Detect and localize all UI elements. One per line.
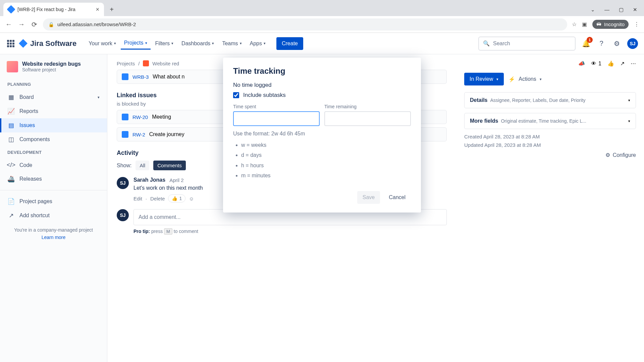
close-tab-icon[interactable]: × [96, 6, 99, 13]
nav-your-work[interactable]: Your work▾ [85, 37, 119, 50]
comment-author[interactable]: Sarah Jonas [133, 177, 165, 183]
sidebar-item-releases[interactable]: 🚢Releases [0, 172, 107, 186]
chevron-down-icon: ▾ [628, 119, 630, 123]
extensions-icon[interactable]: ▣ [582, 21, 587, 27]
breadcrumb-projects[interactable]: Projects [117, 61, 135, 66]
project-name: Website redesign bugs [22, 61, 81, 67]
actions-dropdown[interactable]: ⚡Actions▾ [508, 73, 541, 85]
learn-more-link[interactable]: Learn more [7, 235, 100, 240]
save-button[interactable]: Save [357, 191, 380, 204]
tab-comments[interactable]: Comments [153, 161, 186, 170]
your-avatar: SJ [117, 209, 129, 221]
breadcrumb-project-name[interactable]: Website red [152, 61, 179, 66]
app-switcher-icon[interactable] [6, 39, 15, 48]
include-subtasks-label[interactable]: Include subtasks [243, 92, 286, 99]
child-issue-key[interactable]: WRB-3 [132, 74, 149, 80]
show-label: Show: [117, 163, 131, 169]
jira-logo[interactable]: Jira Software [19, 39, 76, 48]
settings-icon[interactable]: ⚙ [612, 39, 622, 49]
edit-comment[interactable]: Edit [133, 196, 142, 201]
no-time-logged: No time logged [233, 82, 411, 88]
incognito-badge[interactable]: 🕶 Incognito [592, 20, 629, 29]
sidebar-item-components[interactable]: ◫Components [0, 132, 107, 146]
watch-button[interactable]: 👁 1 [591, 61, 601, 67]
linked-issue-key[interactable]: RW-20 [132, 114, 148, 120]
like-icon[interactable]: 👍 [607, 60, 614, 67]
sidebar-item-shortcut[interactable]: ↗Add shortcut [0, 208, 107, 223]
pro-tip: Pro tip: press M to comment [133, 229, 447, 234]
url-field[interactable]: 🔒 uifeed.atlassian.net/browse/WRB-2 [43, 18, 567, 31]
reload-button[interactable]: ⟳ [30, 20, 38, 28]
create-button[interactable]: Create [276, 37, 303, 50]
details-panel[interactable]: DetailsAssignee, Reporter, Labels, Due d… [464, 92, 636, 108]
minimize-icon[interactable]: — [604, 7, 609, 13]
linked-issue-summary: Create journey [149, 131, 184, 137]
issue-type-icon [122, 114, 128, 120]
project-header[interactable]: Website redesign bugs Software project [0, 61, 107, 78]
nav-dashboards[interactable]: Dashboards▾ [178, 37, 217, 50]
share-icon[interactable]: ↗ [620, 60, 625, 67]
chevron-down-icon[interactable]: ⌄ [591, 7, 595, 13]
avatar[interactable]: SJ [627, 38, 638, 49]
format-hint: Use the format: 2w 4d 6h 45m [233, 131, 411, 137]
browser-tab[interactable]: [WRB-2] Fix react bug - Jira × [3, 3, 104, 16]
new-tab-button[interactable]: + [107, 4, 117, 14]
help-icon[interactable]: ? [596, 39, 606, 49]
maximize-icon[interactable]: ▢ [619, 7, 624, 13]
notifications-icon[interactable]: 🔔1 [581, 39, 591, 49]
updated-date: Updated April 28, 2023 at 8:28 AM [464, 142, 636, 148]
linked-issue-key[interactable]: RW-2 [132, 132, 145, 137]
code-icon: </> [7, 162, 15, 169]
window-controls: ⌄ — ▢ ✕ [591, 7, 644, 16]
jira-nav: Your work▾ Projects▾ Filters▾ Dashboards… [85, 37, 269, 50]
sidebar-item-issues[interactable]: ▤Issues [0, 118, 107, 132]
tab-title: [WRB-2] Fix react bug - Jira [17, 7, 92, 12]
more-fields-panel[interactable]: More fieldsOriginal estimate, Time track… [464, 113, 636, 129]
back-button[interactable]: ← [5, 20, 13, 28]
sidebar-item-board[interactable]: ▦Board▾ [0, 90, 107, 104]
configure-button[interactable]: ⚙Configure [464, 152, 636, 158]
time-spent-label: Time spent [233, 104, 320, 109]
close-window-icon[interactable]: ✕ [633, 7, 637, 13]
forward-button[interactable]: → [17, 20, 25, 28]
sidebar-item-pages[interactable]: 📄Project pages [0, 194, 107, 208]
ship-icon: 🚢 [7, 175, 15, 183]
search-icon: 🔍 [483, 40, 490, 47]
sidebar-item-reports[interactable]: 📈Reports [0, 104, 107, 118]
comment-date: April 2 [169, 177, 184, 183]
more-icon[interactable]: ⋯ [631, 60, 636, 67]
chevron-down-icon: ▾ [628, 98, 630, 103]
sidebar-item-code[interactable]: </>Code [0, 158, 107, 172]
child-issue-summary: What about n [153, 74, 184, 80]
time-remaining-input[interactable] [324, 111, 411, 126]
search-input[interactable]: 🔍 Search [478, 37, 576, 51]
include-subtasks-checkbox[interactable] [233, 92, 239, 98]
shortcut-icon: ↗ [7, 212, 15, 219]
nav-teams[interactable]: Teams▾ [219, 37, 245, 50]
delete-comment[interactable]: Delete [150, 196, 165, 201]
sidebar-footer: You're in a company-managed project Lear… [0, 223, 107, 245]
browser-menu-icon[interactable]: ⋮ [634, 21, 639, 27]
project-icon [7, 61, 18, 72]
reaction-badge[interactable]: 👍 1 [168, 194, 185, 202]
browser-tab-strip: [WRB-2] Fix react bug - Jira × + ⌄ — ▢ ✕ [0, 0, 644, 16]
time-remaining-label: Time remaining [324, 104, 411, 109]
time-tracking-modal: Time tracking No time logged Include sub… [223, 58, 421, 213]
nav-filters[interactable]: Filters▾ [152, 37, 177, 50]
status-dropdown[interactable]: In Review▾ [464, 73, 504, 85]
nav-projects[interactable]: Projects▾ [121, 37, 151, 50]
section-planning: PLANNING [0, 78, 107, 90]
board-icon: ▦ [7, 94, 15, 101]
time-spent-input[interactable] [233, 111, 320, 126]
add-reaction-icon[interactable]: ☺ [189, 196, 194, 201]
tab-all[interactable]: All [136, 161, 149, 170]
nav-apps[interactable]: Apps▾ [247, 37, 269, 50]
issue-right-panel: 📣 👁 1 👍 ↗ ⋯ In Review▾ ⚡Actions▾ Details… [456, 54, 644, 362]
cancel-button[interactable]: Cancel [383, 191, 411, 204]
jira-logo-icon [19, 39, 28, 48]
lightning-icon: ⚡ [508, 76, 515, 82]
created-date: Created April 28, 2023 at 8:28 AM [464, 134, 636, 139]
feedback-icon[interactable]: 📣 [578, 60, 585, 67]
gear-icon: ⚙ [605, 152, 610, 158]
star-icon[interactable]: ☆ [572, 21, 577, 27]
